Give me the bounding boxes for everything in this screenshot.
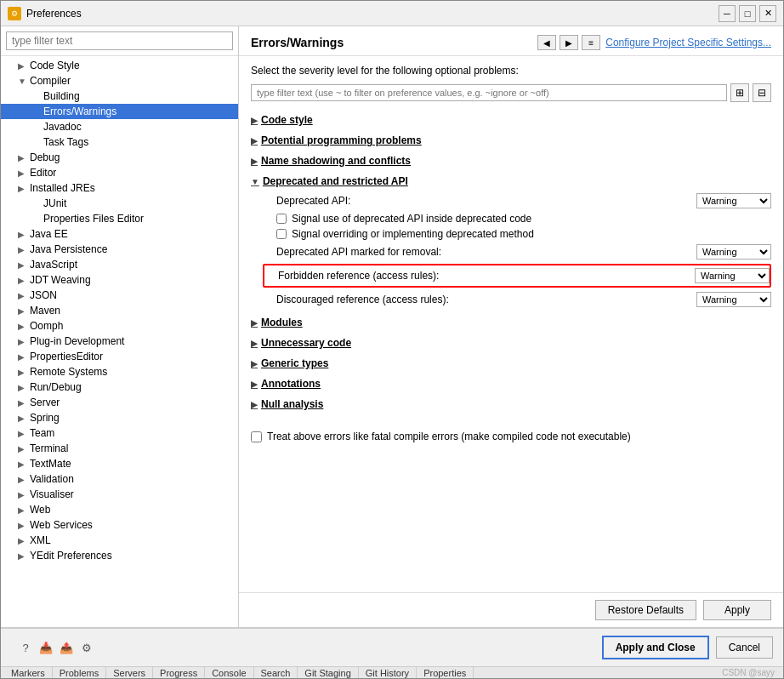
arrow-icon: ▶: [18, 398, 26, 408]
watermark: CSDN @sayy: [722, 668, 780, 677]
status-tab-git-history[interactable]: Git History: [359, 667, 417, 679]
sidebar-item-team[interactable]: ▶ Team: [1, 425, 238, 441]
deprecated-marked-label: Deprecated API marked for removal:: [276, 246, 441, 258]
sidebar-item-properties-editor[interactable]: ▶ PropertiesEditor: [1, 349, 238, 364]
sidebar-item-properties-files-editor[interactable]: Properties Files Editor: [1, 211, 238, 226]
expand-icon: ▶: [251, 157, 258, 166]
status-tab-console[interactable]: Console: [205, 667, 253, 679]
sidebar-filter-input[interactable]: [6, 31, 233, 50]
status-tab-properties[interactable]: Properties: [417, 667, 474, 679]
apply-button[interactable]: Apply: [703, 600, 771, 620]
section-deprecated-header[interactable]: ▼ Deprecated and restricted API: [251, 172, 771, 191]
apply-and-close-button[interactable]: Apply and Close: [602, 636, 709, 659]
deprecated-inside-checkbox[interactable]: [276, 214, 287, 224]
maximize-button[interactable]: □: [739, 5, 756, 22]
panel-body: Select the severity level for the follow…: [239, 56, 783, 592]
sidebar-item-java-ee[interactable]: ▶ Java EE: [1, 226, 238, 242]
preferences-window: ⚙ Preferences ─ □ ✕ ▶ Code Style ▼ Compi…: [0, 0, 784, 679]
cancel-button[interactable]: Cancel: [716, 636, 773, 659]
preferences-icon[interactable]: ⚙: [79, 640, 94, 655]
deprecated-api-select[interactable]: Ignore Warning Error: [696, 193, 771, 208]
sidebar-item-javadoc[interactable]: Javadoc: [1, 119, 238, 134]
status-tab-problems[interactable]: Problems: [53, 667, 106, 679]
import-icon[interactable]: 📥: [38, 640, 54, 655]
sidebar-item-terminal[interactable]: ▶ Terminal: [1, 441, 238, 456]
status-tab-progress[interactable]: Progress: [153, 667, 205, 679]
arrow-icon: ▶: [18, 168, 26, 178]
sidebar-item-building[interactable]: Building: [1, 88, 238, 104]
sidebar-item-yedit[interactable]: ▶ YEdit Preferences: [1, 548, 238, 563]
sidebar-item-jdt-weaving[interactable]: ▶ JDT Weaving: [1, 272, 238, 288]
arrow-icon: ▶: [18, 368, 26, 377]
section-generic-header[interactable]: ▶ Generic types: [251, 354, 771, 373]
expand-icon: ▶: [251, 379, 258, 389]
sidebar-item-java-persistence[interactable]: ▶ Java Persistence: [1, 242, 238, 257]
configure-project-link[interactable]: Configure Project Specific Settings...: [605, 37, 771, 48]
sidebar-item-maven[interactable]: ▶ Maven: [1, 303, 238, 318]
fatal-checkbox[interactable]: [251, 431, 262, 442]
discouraged-reference-select[interactable]: Ignore Warning Error: [696, 292, 771, 307]
sidebar-item-compiler[interactable]: ▼ Compiler: [1, 73, 238, 88]
forbidden-reference-highlight: Forbidden reference (access rules): Igno…: [263, 264, 771, 288]
section-potential-header[interactable]: ▶ Potential programming problems: [251, 131, 771, 150]
deprecated-override-checkbox[interactable]: [276, 229, 287, 239]
deprecated-marked-select[interactable]: Ignore Warning Error: [696, 244, 771, 260]
sidebar-item-oomph[interactable]: ▶ Oomph: [1, 318, 238, 334]
sidebar-item-validation[interactable]: ▶ Validation: [1, 471, 238, 487]
restore-defaults-button[interactable]: Restore Defaults: [595, 600, 696, 620]
checkbox-deprecated-override: Signal overriding or implementing deprec…: [263, 226, 771, 242]
sidebar-label: Team: [30, 427, 54, 439]
sidebar-item-server[interactable]: ▶ Server: [1, 395, 238, 410]
sidebar-item-run-debug[interactable]: ▶ Run/Debug: [1, 379, 238, 395]
section-name-shadowing-header[interactable]: ▶ Name shadowing and conflicts: [251, 151, 771, 170]
panel-filter-input[interactable]: [251, 84, 727, 101]
section-code-style-header[interactable]: ▶ Code style: [251, 111, 771, 129]
export-icon[interactable]: 📤: [59, 640, 74, 655]
status-tab-markers[interactable]: Markers: [4, 667, 53, 679]
sidebar-item-debug[interactable]: ▶ Debug: [1, 150, 238, 165]
arrow-icon: ▶: [18, 551, 26, 561]
forbidden-reference-select[interactable]: Ignore Warning Error: [695, 268, 770, 283]
arrow-icon: ▶: [18, 260, 26, 270]
arrow-icon: ▶: [18, 490, 26, 499]
sidebar-label: Task Tags: [43, 136, 88, 148]
help-icon[interactable]: ?: [18, 640, 33, 655]
sidebar-item-code-style[interactable]: ▶ Code Style: [1, 58, 238, 73]
section-annotations-header[interactable]: ▶ Annotations: [251, 374, 771, 393]
sidebar-label: Java EE: [30, 228, 68, 240]
section-unnecessary-header[interactable]: ▶ Unnecessary code: [251, 334, 771, 352]
sidebar-item-spring[interactable]: ▶ Spring: [1, 410, 238, 425]
section-label: Code style: [261, 114, 313, 126]
sidebar-item-installed-jres[interactable]: ▶ Installed JREs: [1, 180, 238, 196]
sidebar-item-xml[interactable]: ▶ XML: [1, 533, 238, 548]
section-null-header[interactable]: ▶ Null analysis: [251, 395, 771, 414]
status-tab-search[interactable]: Search: [254, 667, 298, 679]
expand-all-button[interactable]: ⊞: [730, 83, 749, 102]
sidebar-item-plug-in-dev[interactable]: ▶ Plug-in Development: [1, 334, 238, 349]
status-tab-servers[interactable]: Servers: [106, 667, 153, 679]
sidebar-label: Oomph: [30, 320, 63, 332]
expand-icon: ▶: [251, 339, 258, 348]
section-modules-header[interactable]: ▶ Modules: [251, 313, 771, 332]
title-bar: ⚙ Preferences ─ □ ✕: [1, 1, 783, 26]
close-button[interactable]: ✕: [759, 5, 776, 22]
collapse-all-button[interactable]: ⊟: [753, 83, 771, 102]
sidebar-label: Code Style: [30, 60, 80, 71]
sidebar-label: Spring: [30, 412, 60, 424]
sidebar-item-web-services[interactable]: ▶ Web Services: [1, 517, 238, 533]
sidebar-item-junit[interactable]: JUnit: [1, 196, 238, 211]
status-tab-git-staging[interactable]: Git Staging: [298, 667, 358, 679]
sidebar-item-task-tags[interactable]: Task Tags: [1, 134, 238, 150]
sidebar-item-editor[interactable]: ▶ Editor: [1, 165, 238, 180]
sidebar-item-errors-warnings[interactable]: Errors/Warnings: [1, 104, 238, 119]
nav-menu-button[interactable]: ≡: [582, 35, 600, 50]
nav-forward-button[interactable]: ▶: [560, 35, 578, 50]
sidebar-item-visualiser[interactable]: ▶ Visualiser: [1, 487, 238, 502]
minimize-button[interactable]: ─: [719, 5, 736, 22]
sidebar-item-javascript[interactable]: ▶ JavaScript: [1, 257, 238, 272]
sidebar-item-textmate[interactable]: ▶ TextMate: [1, 456, 238, 471]
sidebar-item-web[interactable]: ▶ Web: [1, 502, 238, 517]
nav-back-button[interactable]: ◀: [537, 35, 556, 50]
sidebar-item-remote-systems[interactable]: ▶ Remote Systems: [1, 364, 238, 379]
sidebar-item-json[interactable]: ▶ JSON: [1, 288, 238, 303]
